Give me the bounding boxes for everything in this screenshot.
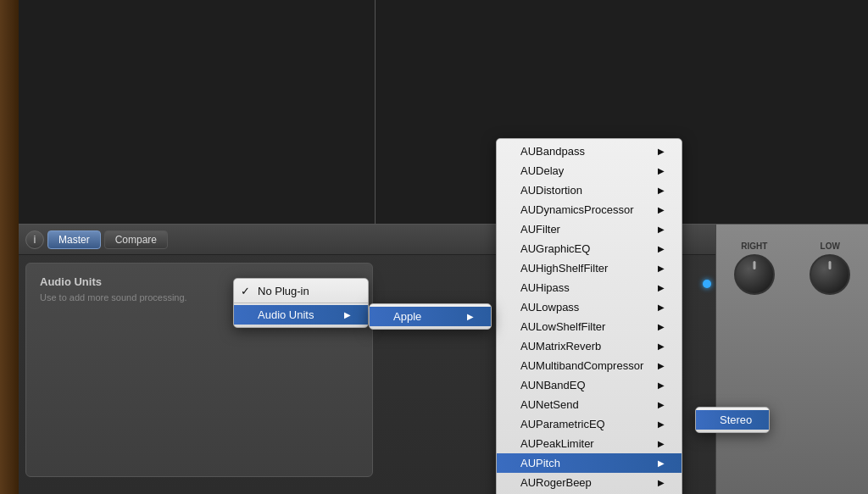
- plugin-menu: No Plug-in Audio Units ▶: [233, 278, 369, 328]
- audio-units-menu-item[interactable]: Audio Units ▶: [234, 305, 368, 325]
- au-matrix-reverb-item[interactable]: AUMatrixReverb▶: [497, 336, 682, 356]
- au-parametric-eq-item[interactable]: AUParametricEQ▶: [497, 414, 682, 434]
- au-nband-eq-item[interactable]: AUNBandEQ▶: [497, 375, 682, 395]
- stereo-menu-item[interactable]: Stereo: [696, 410, 769, 430]
- submenu-arrow: ▶: [344, 310, 351, 319]
- eq-panel: RIGHT LOW: [715, 225, 868, 494]
- au-high-shelf-filter-item[interactable]: AUHighShelfFilter▶: [497, 258, 682, 278]
- au-list-menu: AUBandpass▶ AUDelay▶ AUDistortion▶ AUDyn…: [496, 138, 682, 494]
- menu-divider: [234, 303, 368, 303]
- au-multiband-compressor-item[interactable]: AUMultibandCompressor▶: [497, 356, 682, 375]
- top-area: [19, 0, 868, 225]
- au-net-send-item[interactable]: AUNetSend▶: [497, 395, 682, 414]
- au-filter-item[interactable]: AUFilter▶: [497, 219, 682, 239]
- low-knob[interactable]: [810, 254, 850, 295]
- menu-level1: No Plug-in Audio Units ▶ Apple ▶: [233, 278, 369, 328]
- au-peak-limiter-item[interactable]: AUPeakLimiter▶: [497, 434, 682, 453]
- au-delay-item[interactable]: AUDelay▶: [497, 161, 682, 180]
- knob-area: RIGHT LOW: [716, 225, 868, 312]
- au-pitch-item[interactable]: AUPitch▶: [497, 453, 682, 473]
- right-knob-label: RIGHT: [741, 241, 767, 251]
- au-bandpass-item[interactable]: AUBandpass▶: [497, 142, 682, 161]
- apple-submenu: Apple ▶: [369, 303, 492, 330]
- au-low-shelf-filter-item[interactable]: AULowShelfFilter▶: [497, 317, 682, 336]
- au-lowpass-item[interactable]: AULowpass▶: [497, 297, 682, 317]
- master-tab-button[interactable]: Master: [47, 230, 101, 249]
- au-dynamics-processor-item[interactable]: AUDynamicsProcessor▶: [497, 200, 682, 219]
- compare-tab-button[interactable]: Compare: [104, 230, 168, 249]
- right-knob-group: RIGHT: [734, 241, 775, 295]
- stereo-submenu: Stereo: [695, 407, 770, 433]
- low-knob-group: LOW: [810, 241, 850, 295]
- app-background: i Master Compare Output EQ Audio Units U…: [0, 0, 868, 494]
- apple-submenu-arrow: ▶: [467, 312, 474, 321]
- au-hipass-item[interactable]: AUHipass▶: [497, 278, 682, 297]
- info-tab-button[interactable]: i: [25, 230, 44, 249]
- au-graphic-eq-item[interactable]: AUGraphicEQ▶: [497, 239, 682, 258]
- vertical-divider: [375, 0, 376, 225]
- right-knob[interactable]: [734, 254, 775, 295]
- apple-menu-item[interactable]: Apple ▶: [370, 307, 491, 326]
- left-wood-panel: [0, 0, 19, 494]
- low-knob-label: LOW: [821, 241, 840, 251]
- led-indicator: [703, 280, 711, 288]
- no-plugin-menu-item[interactable]: No Plug-in: [234, 281, 368, 301]
- au-distortion-item[interactable]: AUDistortion▶: [497, 180, 682, 200]
- au-roger-beep-item[interactable]: AURogerBeep▶: [497, 473, 682, 492]
